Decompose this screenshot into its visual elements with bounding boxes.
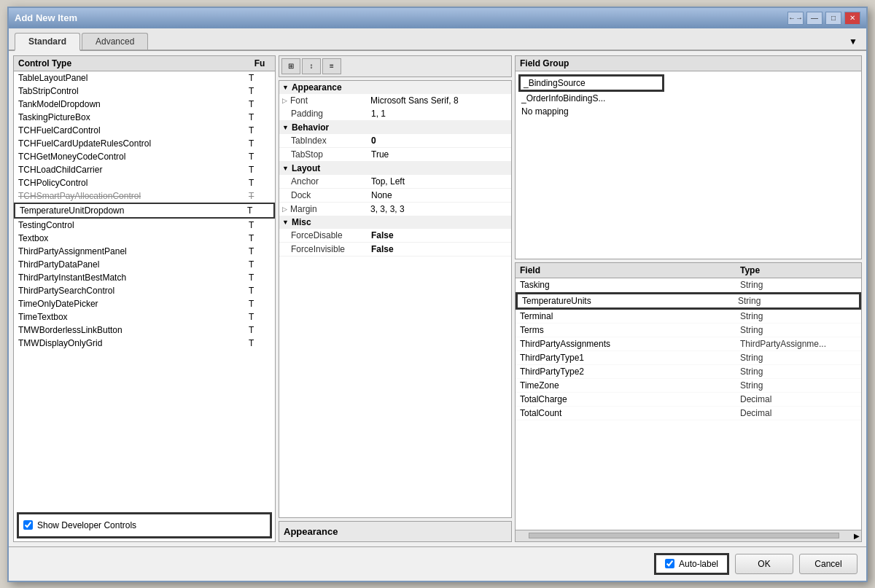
collapse-triangle[interactable]: ▼ xyxy=(282,84,289,91)
field-row[interactable]: ThirdPartyType2 String xyxy=(516,365,861,379)
list-item-temperature-unit-dropdown[interactable]: TemperatureUnitDropdownT xyxy=(14,203,275,219)
props-toolbar: ⊞ ↕ ≡ xyxy=(279,55,512,77)
dialog-title: Add New Item xyxy=(15,12,77,23)
forceinvisible-value: False xyxy=(371,244,507,254)
autolabel-checkbox[interactable] xyxy=(665,559,674,568)
field-row[interactable]: ThirdPartyAssignments ThirdPartyAssignme… xyxy=(516,337,861,351)
autolabel-checkbox-row[interactable]: Auto-label xyxy=(654,553,729,575)
binding-item[interactable]: _OrderInfoBindingS... xyxy=(518,92,858,105)
list-item[interactable]: TextboxT xyxy=(14,232,275,245)
list-item[interactable]: TimeOnlyDatePickerT xyxy=(14,297,275,310)
close-button[interactable]: ✕ xyxy=(844,12,860,25)
right-panel: Field Group _BindingSource _OrderInfoBin… xyxy=(515,55,862,542)
scroll-right-arrow[interactable]: ▶ xyxy=(852,532,861,540)
list-item[interactable]: TestingControlT xyxy=(14,219,275,232)
list-item[interactable]: ThirdPartyInstantBestMatchT xyxy=(14,271,275,284)
field-row[interactable]: TotalCount Decimal xyxy=(516,407,861,420)
anchor-value: Top, Left xyxy=(371,176,507,187)
control-type-list[interactable]: TableLayoutPanelT TabStripControlT TankM… xyxy=(14,71,275,509)
behavior-section-header: ▼ Behavior xyxy=(279,121,511,134)
list-item[interactable]: TMWBorderlessLinkButtonT xyxy=(14,324,275,337)
show-developer-controls-row[interactable]: Show Developer Controls xyxy=(17,512,272,538)
collapse-triangle[interactable]: ▼ xyxy=(282,219,289,226)
list-item[interactable]: TimeTextboxT xyxy=(14,310,275,324)
binding-source-list[interactable]: _BindingSource _OrderInfoBindingS... No … xyxy=(516,71,861,259)
list-header: Control Type Fu xyxy=(14,56,275,71)
ok-button[interactable]: OK xyxy=(735,554,793,574)
list-item[interactable]: TCHPolicyControlT xyxy=(14,176,275,189)
misc-section-header: ▼ Misc xyxy=(279,216,511,229)
list-view-button[interactable]: ≡ xyxy=(322,58,341,74)
list-item[interactable]: TCHLoadChildCarrierT xyxy=(14,163,275,176)
alpha-sort-button[interactable]: ↕ xyxy=(302,58,321,74)
field-row[interactable]: TimeZone String xyxy=(516,379,861,393)
title-bar-controls: ←→ — □ ✕ xyxy=(788,12,860,25)
dock-row: Dock None xyxy=(279,189,511,203)
list-item[interactable]: TableLayoutPanelT xyxy=(14,71,275,85)
list-item[interactable]: ThirdPartySearchControlT xyxy=(14,284,275,297)
minimize-button[interactable]: — xyxy=(806,12,822,25)
show-developer-controls-checkbox[interactable] xyxy=(23,520,33,530)
anchor-row: Anchor Top, Left xyxy=(279,175,511,189)
binding-source-item[interactable]: _BindingSource xyxy=(518,74,664,92)
list-item[interactable]: TCHFuelCardControlT xyxy=(14,124,275,137)
list-item[interactable]: TCHGetMoneyCodeControlT xyxy=(14,150,275,163)
properties-panel: ▼ Appearance ▷ Font Microsoft Sans Serif… xyxy=(279,80,512,518)
content-area: Control Type Fu TableLayoutPanelT TabStr… xyxy=(9,51,866,546)
collapse-triangle[interactable]: ▼ xyxy=(282,124,289,131)
tab-dropdown-arrow[interactable]: ▼ xyxy=(846,34,860,50)
anchor-label: Anchor xyxy=(291,176,371,187)
back-forward-button[interactable]: ←→ xyxy=(788,12,804,25)
tabindex-label: TabIndex xyxy=(291,136,371,146)
font-row[interactable]: ▷ Font Microsoft Sans Serif, 8 xyxy=(279,94,511,107)
layout-section-label: Layout xyxy=(292,163,320,173)
list-item[interactable]: TaskingPictureBoxT xyxy=(14,111,275,124)
padding-row: Padding 1, 1 xyxy=(279,107,511,121)
padding-value: 1, 1 xyxy=(371,109,507,119)
cancel-button[interactable]: Cancel xyxy=(799,554,858,574)
margin-label: Margin xyxy=(290,204,370,214)
field-row-temperature-units[interactable]: TemperatureUnits String xyxy=(516,292,861,310)
field-row[interactable]: Tasking String xyxy=(516,278,861,292)
horizontal-scrollbar[interactable]: ▶ xyxy=(516,530,861,541)
add-new-item-dialog: Add New Item ←→ — □ ✕ Standard Advanced … xyxy=(7,7,868,582)
list-item[interactable]: ThirdPartyDataPanelT xyxy=(14,258,275,271)
field-list[interactable]: Tasking String TemperatureUnits String T… xyxy=(516,278,861,530)
list-item[interactable]: TabStripControlT xyxy=(14,85,275,98)
field-row[interactable]: Terms String xyxy=(516,324,861,337)
tab-standard[interactable]: Standard xyxy=(15,33,80,51)
list-item[interactable]: TMWDisplayOnlyGridT xyxy=(14,337,275,350)
list-item[interactable]: TankModelDropdownT xyxy=(14,98,275,111)
forcedisable-row: ForceDisable False xyxy=(279,229,511,243)
middle-panel: ⊞ ↕ ≡ ▼ Appearance ▷ Font Microsoft Sans… xyxy=(279,55,512,542)
margin-expand-arrow[interactable]: ▷ xyxy=(282,205,287,213)
tabstop-row: TabStop True xyxy=(279,148,511,162)
appearance-bottom-label: Appearance xyxy=(279,521,512,542)
field-group-label: Field Group xyxy=(520,58,569,68)
left-panel: Control Type Fu TableLayoutPanelT TabStr… xyxy=(13,55,276,542)
layout-section-header: ▼ Layout xyxy=(279,162,511,175)
type-column-header: Type xyxy=(740,265,857,275)
list-item[interactable]: TCHFuelCardUpdateRulesControlT xyxy=(14,137,275,150)
function-header: Fu xyxy=(249,58,271,68)
field-group-header: Field Group xyxy=(516,56,861,71)
tabindex-row: TabIndex 0 xyxy=(279,134,511,148)
dock-value: None xyxy=(371,190,507,200)
list-item[interactable]: TCHSmartPayAllocationControlT xyxy=(14,189,275,203)
field-row[interactable]: ThirdPartyType1 String xyxy=(516,351,861,365)
behavior-section-label: Behavior xyxy=(292,122,329,133)
tab-advanced[interactable]: Advanced xyxy=(82,33,148,50)
field-row[interactable]: TotalCharge Decimal xyxy=(516,393,861,407)
forceinvisible-row: ForceInvisible False xyxy=(279,243,511,256)
restore-button[interactable]: □ xyxy=(825,12,841,25)
bottom-row: Auto-label OK Cancel xyxy=(9,546,866,581)
autolabel-label: Auto-label xyxy=(679,559,718,569)
field-row[interactable]: Terminal String xyxy=(516,310,861,324)
font-expand-arrow[interactable]: ▷ xyxy=(282,97,287,104)
margin-row[interactable]: ▷ Margin 3, 3, 3, 3 xyxy=(279,203,511,216)
margin-value: 3, 3, 3, 3 xyxy=(370,204,508,214)
binding-item[interactable]: No mapping xyxy=(518,105,858,118)
list-item[interactable]: ThirdPartyAssignmentPanelT xyxy=(14,245,275,258)
categorized-view-button[interactable]: ⊞ xyxy=(281,58,300,74)
collapse-triangle[interactable]: ▼ xyxy=(282,165,289,172)
